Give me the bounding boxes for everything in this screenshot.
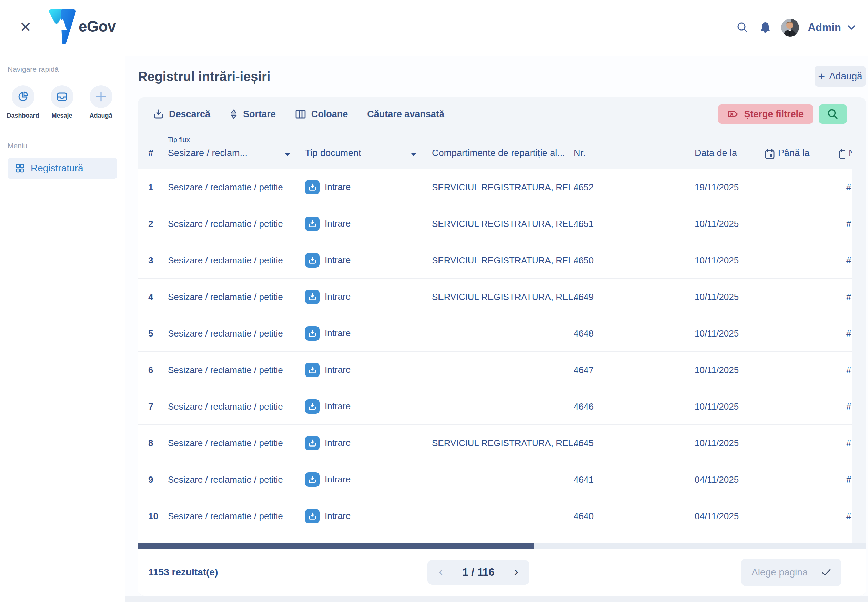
filter-tip-document[interactable]: Tip document — [305, 131, 421, 169]
row-clipped-value: # — [846, 511, 853, 521]
grid-icon — [15, 163, 25, 173]
quick-item-label: Mesaje — [51, 112, 72, 119]
clear-filters-button[interactable]: Șterge filtrele — [718, 104, 813, 124]
page-indicator: 1 / 116 — [462, 566, 494, 579]
table-row[interactable]: 10 Sesizare / reclamatie / petitie Intra… — [138, 498, 853, 534]
chevron-left-icon[interactable]: ‹ — [439, 564, 443, 580]
row-index: 8 — [148, 438, 168, 448]
pana-la-placeholder[interactable]: Până la — [778, 148, 810, 158]
table-row[interactable]: 2 Sesizare / reclamatie / petitie Intrar… — [138, 206, 853, 242]
search-icon[interactable] — [736, 21, 750, 34]
row-tip-document-label: Intrare — [325, 511, 351, 521]
row-tip-document-label: Intrare — [325, 182, 351, 192]
caret-down-icon[interactable] — [285, 153, 290, 157]
row-nr: 4641 — [574, 474, 634, 485]
intrare-badge-icon — [305, 180, 319, 195]
apply-search-button[interactable] — [819, 104, 847, 124]
calendar-icon-clipped[interactable] — [839, 149, 845, 159]
table-row[interactable]: 8 Sesizare / reclamatie / petitie Intrar… — [138, 425, 853, 461]
row-tip-flux: Sesizare / reclamatie / petitie — [168, 438, 296, 448]
filter-tip-flux[interactable]: Tip flux Sesizare / reclam... — [168, 131, 296, 169]
row-nr: 4640 — [574, 511, 634, 521]
advanced-search-label: Căutare avansată — [367, 109, 444, 120]
row-tip-flux: Sesizare / reclamatie / petitie — [168, 218, 296, 229]
sidebar-item-registratura[interactable]: Registratură — [8, 158, 117, 179]
row-nr: 4649 — [574, 291, 634, 302]
filter-compartimente[interactable]: Compartimente de repartiție al... — [432, 131, 584, 169]
table-row[interactable]: 3 Sesizare / reclamatie / petitie Intrar… — [138, 242, 853, 279]
app-root: ✕ eGov — [0, 0, 868, 602]
filter-underline — [778, 161, 845, 161]
close-icon[interactable]: ✕ — [16, 17, 35, 37]
row-tip-document-label: Intrare — [325, 291, 351, 302]
search-icon — [827, 108, 839, 120]
chevron-down-icon[interactable] — [847, 25, 856, 30]
row-index: 10 — [148, 511, 168, 521]
row-data-de-la: 10/11/2025 — [695, 218, 778, 229]
filter-next-clipped[interactable]: N — [849, 131, 853, 169]
sort-button[interactable]: Sortare — [230, 109, 276, 120]
row-tip-document-label: Intrare — [325, 328, 351, 339]
inbox-icon — [51, 85, 74, 108]
filter-pana-la[interactable]: Până la — [778, 131, 845, 169]
add-button[interactable]: + Adaugă — [814, 66, 866, 86]
row-tip-flux: Sesizare / reclamatie / petitie — [168, 291, 296, 302]
row-nr: 4648 — [574, 328, 634, 339]
table-row[interactable]: 9 Sesizare / reclamatie / petitie Intrar… — [138, 461, 853, 498]
user-menu-label[interactable]: Admin — [808, 22, 841, 34]
scrollbar-thumb[interactable] — [138, 543, 534, 549]
quick-item-dashboard[interactable]: Dashboard — [3, 85, 42, 119]
tip-flux-value[interactable]: Sesizare / reclam... — [168, 148, 247, 158]
row-tip-flux: Sesizare / reclamatie / petitie — [168, 401, 296, 412]
row-tip-document: Intrare — [305, 399, 421, 414]
compartimente-placeholder[interactable]: Compartimente de repartiție al... — [432, 148, 577, 158]
row-compartiment: SERVICIUL REGISTRATURA, REL... — [432, 438, 584, 448]
intrare-badge-icon — [305, 436, 319, 450]
row-tip-document: Intrare — [305, 253, 421, 267]
filter-underline — [695, 161, 778, 161]
quick-item-mesaje[interactable]: Mesaje — [42, 85, 81, 119]
row-data-de-la: 04/11/2025 — [695, 511, 778, 521]
intrare-badge-icon — [305, 217, 319, 231]
brand-name: eGov — [78, 18, 116, 35]
data-de-la-placeholder[interactable]: Data de la — [695, 148, 737, 158]
filter-data-de-la[interactable]: Data de la — [695, 131, 778, 169]
table-row[interactable]: 1 Sesizare / reclamatie / petitie Intrar… — [138, 169, 853, 206]
caret-down-icon[interactable] — [411, 153, 416, 157]
filter-nr[interactable]: Nr. — [574, 131, 634, 169]
chevron-right-icon[interactable]: › — [514, 564, 518, 580]
row-compartiment: SERVICIUL REGISTRATURA, REL... — [432, 218, 584, 229]
download-button[interactable]: Descarcă — [153, 109, 210, 120]
bell-icon[interactable] — [758, 21, 772, 34]
tip-document-placeholder[interactable]: Tip document — [305, 148, 361, 158]
row-data-de-la: 10/11/2025 — [695, 328, 778, 339]
menu-label: Meniu — [8, 142, 125, 150]
horizontal-scrollbar[interactable] — [138, 543, 866, 549]
table-row[interactable]: 4 Sesizare / reclamatie / petitie Intrar… — [138, 279, 853, 315]
table-viewport: # Tip flux Sesizare / reclam... Tip docu… — [138, 131, 853, 543]
row-index: 2 — [148, 218, 168, 229]
choose-page-selector[interactable]: Alege pagina — [741, 559, 842, 586]
columns-button[interactable]: Coloane — [295, 109, 348, 120]
row-tip-document: Intrare — [305, 509, 421, 524]
user-avatar[interactable] — [781, 18, 799, 37]
row-tip-document-label: Intrare — [325, 401, 351, 412]
advanced-search-button[interactable]: Căutare avansată — [367, 109, 444, 120]
column-header-index: # — [148, 131, 168, 169]
row-clipped-value: # — [846, 328, 853, 339]
calendar-icon[interactable] — [765, 149, 775, 159]
table-row[interactable]: 6 Sesizare / reclamatie / petitie Intrar… — [138, 352, 853, 388]
row-tip-flux: Sesizare / reclamatie / petitie — [168, 328, 296, 339]
table-row[interactable]: 5 Sesizare / reclamatie / petitie Intrar… — [138, 315, 853, 352]
row-tip-document-label: Intrare — [325, 364, 351, 375]
quick-item-adauga[interactable]: Adaugă — [81, 85, 120, 119]
quick-nav-row: Dashboard Mesaje Adaugă — [3, 85, 125, 119]
nr-placeholder[interactable]: Nr. — [574, 148, 586, 158]
row-index: 1 — [148, 182, 168, 192]
row-data-de-la: 10/11/2025 — [695, 255, 778, 266]
check-icon — [822, 568, 831, 576]
filter-underline — [849, 161, 853, 161]
table-row[interactable]: 7 Sesizare / reclamatie / petitie Intrar… — [138, 388, 853, 425]
results-count: 1153 rezultat(e) — [148, 567, 218, 578]
plus-icon: + — [818, 70, 825, 83]
